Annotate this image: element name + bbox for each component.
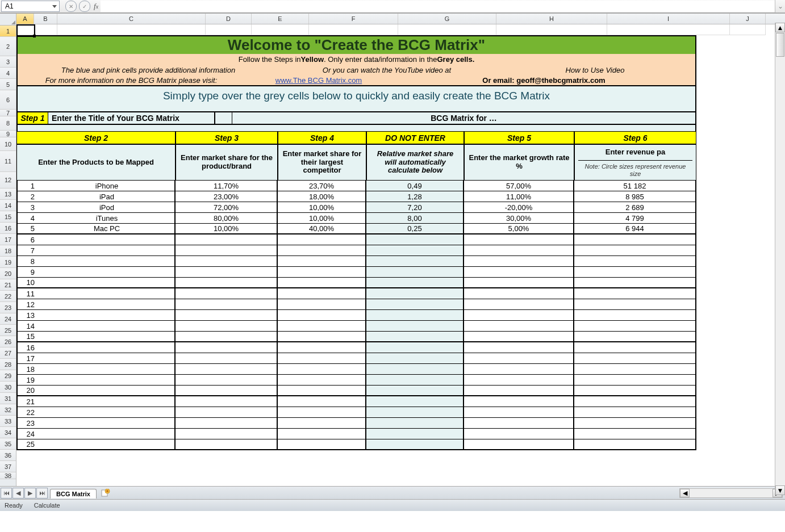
revenue-cell[interactable]: 8 985	[574, 191, 696, 202]
name-box[interactable]: A1	[1, 1, 60, 12]
product-cell[interactable]: iPod	[39, 202, 176, 213]
product-cell[interactable]: iPad	[39, 191, 176, 202]
market-share-cell[interactable]	[176, 407, 278, 418]
competitor-share-cell[interactable]	[278, 429, 366, 439]
product-cell[interactable]	[39, 396, 176, 407]
row-header[interactable]: 28	[0, 359, 16, 370]
row-header[interactable]: 34	[0, 427, 16, 438]
competitor-share-cell[interactable]	[278, 439, 366, 450]
growth-cell[interactable]: -20,00%	[464, 202, 574, 213]
growth-cell[interactable]	[464, 288, 574, 299]
market-share-cell[interactable]	[176, 321, 278, 332]
revenue-cell[interactable]: 51 182	[574, 181, 696, 191]
market-share-cell[interactable]	[176, 278, 278, 288]
revenue-cell[interactable]	[574, 342, 696, 353]
product-cell[interactable]	[39, 245, 176, 256]
competitor-share-cell[interactable]	[278, 418, 366, 429]
competitor-share-cell[interactable]	[278, 396, 366, 407]
growth-cell[interactable]	[464, 364, 574, 375]
growth-cell[interactable]	[464, 234, 574, 245]
competitor-share-cell[interactable]	[278, 299, 366, 310]
growth-cell[interactable]	[464, 278, 574, 288]
step1-value[interactable]: BCG Matrix for …	[232, 111, 696, 125]
growth-cell[interactable]	[464, 342, 574, 353]
growth-cell[interactable]	[464, 418, 574, 429]
row-header[interactable]: 33	[0, 416, 16, 427]
market-share-cell[interactable]	[176, 353, 278, 364]
growth-cell[interactable]: 5,00%	[464, 224, 574, 234]
growth-cell[interactable]: 11,00%	[464, 191, 574, 202]
market-share-cell[interactable]	[176, 245, 278, 256]
market-share-cell[interactable]: 23,00%	[176, 191, 278, 202]
market-share-cell[interactable]: 11,70%	[176, 181, 278, 191]
product-cell[interactable]	[39, 439, 176, 450]
row-header[interactable]: 10	[0, 137, 16, 151]
column-header[interactable]: H	[496, 14, 607, 24]
row-header[interactable]: 11	[0, 151, 16, 172]
product-cell[interactable]	[39, 342, 176, 353]
revenue-cell[interactable]: 6 944	[574, 224, 696, 234]
row-header[interactable]: 17	[0, 234, 16, 245]
competitor-share-cell[interactable]	[278, 342, 366, 353]
competitor-share-cell[interactable]	[278, 288, 366, 299]
row-header[interactable]: 21	[0, 279, 16, 291]
first-sheet-icon[interactable]: ⏮	[1, 488, 12, 499]
competitor-share-cell[interactable]: 23,70%	[278, 181, 366, 191]
row-header[interactable]: 20	[0, 268, 16, 279]
row-header[interactable]: 14	[0, 200, 16, 211]
product-cell[interactable]: Mac PC	[39, 224, 176, 234]
revenue-cell[interactable]	[574, 353, 696, 364]
market-share-cell[interactable]	[176, 342, 278, 353]
competitor-share-cell[interactable]	[278, 234, 366, 245]
row-header[interactable]: 31	[0, 393, 16, 404]
revenue-cell[interactable]	[574, 267, 696, 278]
last-sheet-icon[interactable]: ⏭	[36, 488, 48, 499]
product-cell[interactable]	[39, 418, 176, 429]
revenue-cell[interactable]	[574, 418, 696, 429]
competitor-share-cell[interactable]: 10,00%	[278, 213, 366, 224]
row-header[interactable]: 1	[0, 26, 16, 37]
market-share-cell[interactable]	[176, 418, 278, 429]
growth-cell[interactable]	[464, 375, 574, 386]
row-header[interactable]: 30	[0, 382, 16, 393]
row-header[interactable]: 38	[0, 472, 16, 479]
column-header[interactable]: B	[34, 14, 57, 24]
competitor-share-cell[interactable]	[278, 321, 366, 332]
competitor-share-cell[interactable]	[278, 256, 366, 267]
competitor-share-cell[interactable]	[278, 375, 366, 386]
growth-cell[interactable]	[464, 396, 574, 407]
product-cell[interactable]	[39, 234, 176, 245]
product-cell[interactable]	[39, 256, 176, 267]
revenue-cell[interactable]	[574, 429, 696, 439]
revenue-cell[interactable]	[574, 364, 696, 375]
horizontal-scrollbar[interactable]: ◀ ▶	[679, 488, 783, 498]
product-cell[interactable]	[39, 332, 176, 342]
growth-cell[interactable]	[464, 267, 574, 278]
revenue-cell[interactable]: 4 799	[574, 213, 696, 224]
revenue-cell[interactable]	[574, 439, 696, 450]
vertical-scrollbar[interactable]: ▲ ▼	[775, 23, 785, 495]
row-header[interactable]: 18	[0, 245, 16, 257]
market-share-cell[interactable]	[176, 332, 278, 342]
column-header[interactable]: E	[252, 14, 309, 24]
scroll-left-icon[interactable]: ◀	[680, 489, 690, 497]
market-share-cell[interactable]	[176, 439, 278, 450]
new-sheet-icon[interactable]	[100, 488, 111, 498]
revenue-cell[interactable]	[574, 310, 696, 321]
market-share-cell[interactable]	[176, 429, 278, 439]
competitor-share-cell[interactable]	[278, 267, 366, 278]
market-share-cell[interactable]: 80,00%	[176, 213, 278, 224]
competitor-share-cell[interactable]	[278, 278, 366, 288]
row-header[interactable]: 9	[0, 131, 16, 137]
row-header[interactable]: 15	[0, 211, 16, 223]
prev-sheet-icon[interactable]: ◀	[12, 488, 24, 499]
row-header[interactable]: 25	[0, 325, 16, 336]
row-header[interactable]: 24	[0, 313, 16, 325]
competitor-share-cell[interactable]	[278, 332, 366, 342]
market-share-cell[interactable]	[176, 386, 278, 396]
product-cell[interactable]	[39, 321, 176, 332]
market-share-cell[interactable]	[176, 234, 278, 245]
growth-cell[interactable]	[464, 407, 574, 418]
revenue-cell[interactable]	[574, 278, 696, 288]
growth-cell[interactable]	[464, 245, 574, 256]
